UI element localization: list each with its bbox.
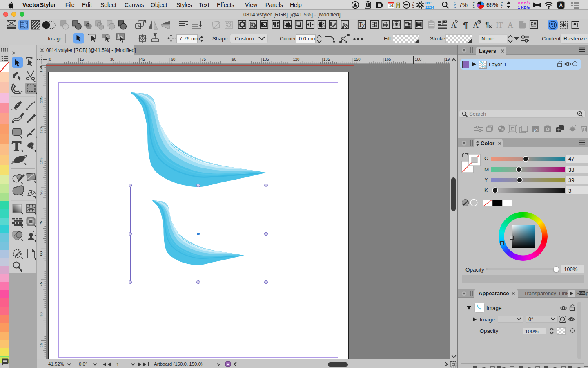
svg-text:105: 105 xyxy=(39,158,43,164)
svg-text:84°: 84° xyxy=(425,1,432,5)
svg-text:30: 30 xyxy=(110,57,114,61)
svg-text:¶: ¶ xyxy=(485,21,489,29)
svg-text:30: 30 xyxy=(39,312,43,317)
svg-text:IT: IT xyxy=(496,21,503,29)
svg-text:135: 135 xyxy=(323,57,330,61)
svg-text:0 KB/s: 0 KB/s xyxy=(518,0,530,5)
svg-text:2234: 2234 xyxy=(425,5,434,9)
svg-text:180: 180 xyxy=(415,57,421,61)
svg-text:120: 120 xyxy=(39,127,43,134)
svg-text:105: 105 xyxy=(263,57,269,61)
svg-text:150: 150 xyxy=(39,66,43,73)
svg-text:90: 90 xyxy=(39,191,43,195)
svg-text:U: U xyxy=(454,6,456,9)
svg-text:fx: fx xyxy=(534,127,538,132)
svg-text:45: 45 xyxy=(39,282,43,286)
svg-text:¶: ¶ xyxy=(463,20,468,30)
svg-text:75: 75 xyxy=(201,57,206,61)
svg-text:60: 60 xyxy=(171,57,176,61)
svg-text:1: 1 xyxy=(116,362,119,367)
svg-text:1 KB/s: 1 KB/s xyxy=(518,5,530,9)
svg-text:90: 90 xyxy=(232,57,236,61)
svg-text:M: M xyxy=(473,6,475,9)
svg-text:15: 15 xyxy=(39,343,43,348)
svg-text:Ty: Ty xyxy=(359,21,365,28)
svg-text:A: A xyxy=(508,20,514,29)
svg-text:15: 15 xyxy=(80,57,84,61)
svg-text:A: A xyxy=(559,2,563,8)
svg-text:66%: 66% xyxy=(486,2,498,8)
svg-text:165: 165 xyxy=(384,57,391,61)
svg-text:120: 120 xyxy=(293,57,299,61)
svg-text:7%: 7% xyxy=(459,2,468,8)
svg-text:N: N xyxy=(412,6,414,9)
svg-text:45: 45 xyxy=(140,57,145,61)
svg-text:75: 75 xyxy=(39,221,43,225)
svg-text:150: 150 xyxy=(354,57,361,61)
svg-text:195: 195 xyxy=(445,57,450,61)
svg-text:60: 60 xyxy=(39,251,43,256)
svg-text:0: 0 xyxy=(49,57,51,61)
svg-text:月: 月 xyxy=(395,2,401,9)
svg-text:T: T xyxy=(501,6,503,9)
svg-text:135: 135 xyxy=(39,96,43,103)
svg-text:14: 14 xyxy=(389,3,394,8)
